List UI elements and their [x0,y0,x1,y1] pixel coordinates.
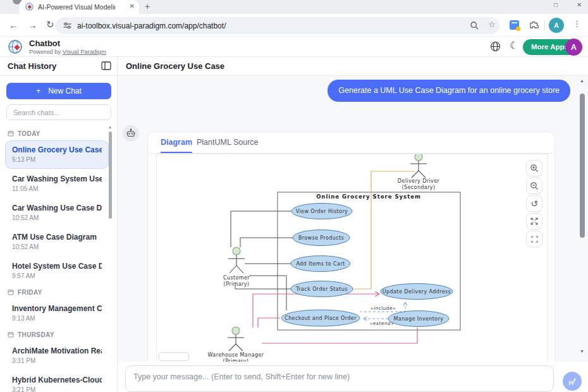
zoom-in-button[interactable] [526,160,542,176]
chat-item-title: Car Washing Use Case Diagr... [12,204,102,212]
usecase-update-delivery-address: Update Delivery Address [383,289,451,295]
browser-toolbar: ← → ↻ ai-toolbox.visual-paradigm.com/app… [0,14,588,37]
dark-mode-moon-icon[interactable]: ☾ [510,40,518,51]
chat-header: Online Grocery Use Case [118,57,588,76]
window-close-icon[interactable]: ✕ [577,1,582,8]
diagram-canvas[interactable]: Online Grocery Store System [156,154,548,362]
chat-item-title: Online Grocery Use Case [12,145,102,154]
chat-item-inventory[interactable]: Inventory Management Clas... 9:13 AM [5,299,109,328]
app-header: Chatbot Powered by Visual Paradigm ☾ Mor… [0,37,588,57]
chat-item-title: ATM Use Case Diagram [12,233,102,242]
sidebar-header: Chat History [0,57,117,76]
chat-item-time: 10:52 AM [12,214,102,221]
zoom-in-icon [530,164,539,173]
group-label-text: FRIDAY [18,289,42,296]
calendar-icon [8,289,14,295]
actor-warehouse-manager-name: Warehouse Manager [208,352,264,358]
plus-icon: + [36,87,40,95]
user-account-avatar[interactable]: A [565,39,582,56]
bot-avatar [123,125,139,142]
chat-item-archimate[interactable]: ArchiMate Motivation Realiz... 3:31 PM [5,341,109,370]
expand-button[interactable] [526,213,542,230]
bookmark-star-icon[interactable]: ☆ [488,20,496,29]
reload-icon[interactable]: ↻ [46,19,54,30]
site-settings-icon[interactable] [63,21,72,30]
chat-item-atm[interactable]: ATM Use Case Diagram 10:52 AM [5,228,109,256]
new-chat-button[interactable]: + New Chat [6,83,111,99]
browser-active-tab[interactable]: AI-Powered Visual Modeling Ch ✕ [19,0,139,14]
usecase-track-order-status: Track Order Status [295,286,347,292]
usecase-browse-products: Browse Products [298,235,344,241]
address-bar[interactable]: ai-toolbox.visual-paradigm.com/app/chatb… [56,17,499,34]
collapse-panel-icon[interactable] [101,61,111,70]
chat-item-title: Hybrid Kubernetes-Cloud De... [12,376,102,384]
usecase-checkout-and-place-order: Checkout and Place Order [285,315,357,321]
message-input-box [125,365,554,392]
send-paper-plane-icon [568,377,577,386]
zoom-out-icon [530,181,539,190]
fullscreen-button[interactable] [526,231,542,247]
reset-view-button[interactable]: ↺ [526,195,542,212]
chat-item-time: 5:13 PM [12,156,102,163]
chat-item-car-washing-diagram[interactable]: Car Washing Use Case Diagr... 10:52 AM [5,199,109,227]
tab-close-icon[interactable]: ✕ [130,3,135,9]
search-chats-box [6,104,111,120]
tab-plantuml-source[interactable]: PlantUML Source [197,132,259,153]
actor-warehouse-manager: Warehouse Manager (Primary) [208,327,264,362]
bot-response-card: Diagram PlantUML Source Online Grocery S… [147,132,555,362]
chat-item-time: 3:31 PM [12,357,102,364]
new-tab-icon[interactable]: + [145,1,150,11]
chat-item-title: Car Washing System Use Case [12,175,102,183]
chat-scrollbar[interactable] [580,94,585,238]
search-chats-input[interactable] [7,105,111,119]
browser-tab-strip: AI-Powered Visual Modeling Ch ✕ + □ ✕ [0,0,588,14]
tab-diagram[interactable]: Diagram [161,132,192,153]
app-title: Chatbot [29,39,60,48]
window-maximize-icon[interactable]: □ [554,1,558,8]
chat-item-title: Hotel System Use Case Diagr... [12,262,102,271]
chat-item-time: 9:57 AM [12,273,102,279]
usecase-manage-inventory: Manage Inventory [394,316,444,322]
message-input-bar [118,362,588,392]
fullscreen-brackets-icon [530,235,539,243]
browser-window: AI-Powered Visual Modeling Ch ✕ + □ ✕ ← … [0,0,588,392]
actor-delivery-driver: Delivery Driver (Secondary) [398,154,440,190]
chat-scroll-down-icon[interactable]: ▼ [580,349,584,353]
expand-arrows-icon [530,217,539,226]
zoom-out-button[interactable] [526,178,542,194]
group-label-thursday: THURSDAY [8,330,106,339]
user-message-bubble: Generate a UML Use Case Diagram for an o… [328,80,570,102]
usecase-add-items-to-cart: Add Items to Cart [296,261,345,267]
side-panel-extension-icon[interactable] [510,20,519,30]
browser-profile-avatar[interactable]: A [549,18,564,33]
visual-paradigm-link[interactable]: Visual Paradigm [63,48,106,55]
new-chat-label: New Chat [48,87,82,95]
actor-delivery-driver-role: (Secondary) [401,185,435,190]
forward-icon[interactable]: → [28,20,37,30]
browser-menu-kebab-icon[interactable]: ⋮ [573,19,581,28]
back-icon[interactable]: ← [9,20,18,30]
language-globe-icon[interactable] [490,41,501,52]
zoom-indicator-icon[interactable] [470,21,479,30]
chat-item-hotel[interactable]: Hotel System Use Case Diagr... 9:57 AM [5,257,109,285]
use-case-diagram: Online Grocery Store System [157,154,548,362]
group-label-text: THURSDAY [18,331,54,338]
diagram-tab-bar: Diagram PlantUML Source [148,132,554,154]
message-input[interactable] [126,366,553,381]
chat-item-title: Inventory Management Clas... [12,304,102,313]
canvas-bottom-chip [159,352,189,361]
powered-by-text: Powered by Visual Paradigm [29,48,106,55]
chat-item-kubernetes[interactable]: Hybrid Kubernetes-Cloud De... 3:21 PM [5,371,109,392]
chat-item-online-grocery[interactable]: Online Grocery Use Case 5:13 PM [5,140,109,169]
chat-item-time: 10:52 AM [12,243,102,250]
send-button[interactable] [563,372,582,391]
chat-item-car-washing-system[interactable]: Car Washing System Use Case 11:05 AM [5,169,109,198]
chat-scroll-up-icon[interactable]: ▲ [580,78,584,83]
group-label-friday: FRIDAY [8,288,106,297]
sidebar-scroll-up-icon[interactable]: ▲ [108,125,112,129]
sidebar-title: Chat History [8,61,56,71]
extensions-puzzle-icon[interactable] [529,19,539,30]
calendar-icon [8,331,14,338]
actor-customer: Customer (Primary) [223,247,250,287]
sidebar-scrollbar[interactable] [109,132,112,219]
